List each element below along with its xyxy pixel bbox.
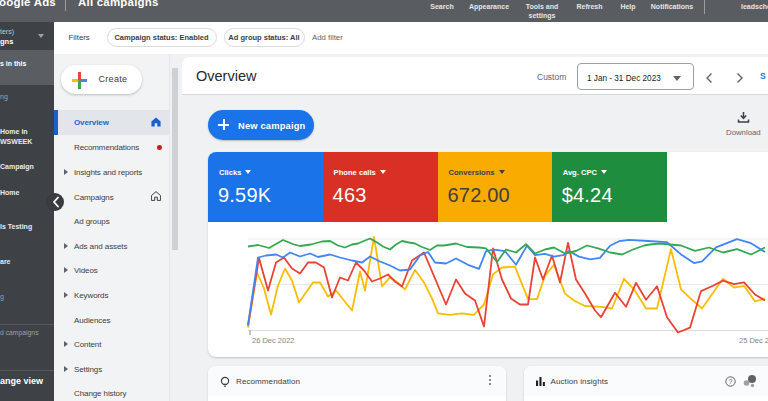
svg-text:?: ? [728,378,732,385]
